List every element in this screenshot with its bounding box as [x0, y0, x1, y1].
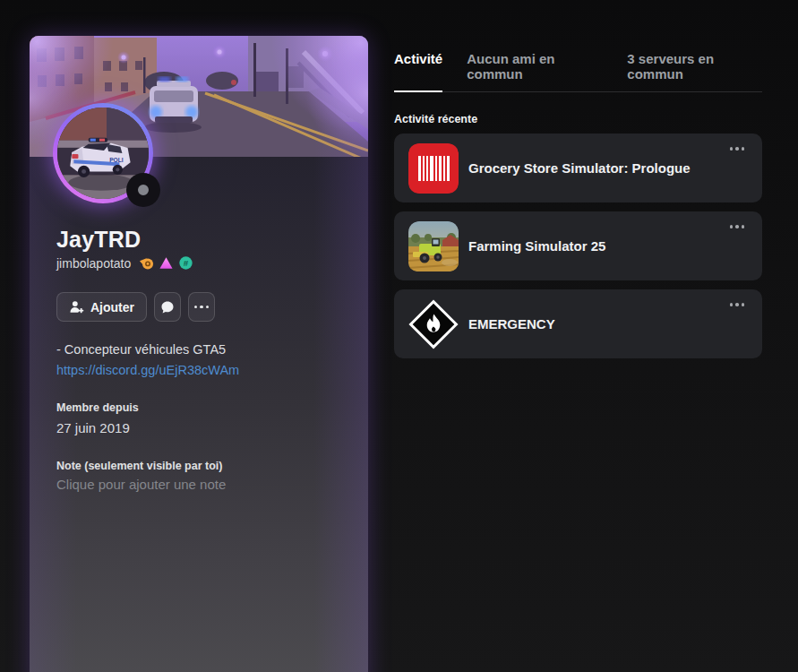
game-title: Farming Simulator 25: [468, 238, 605, 254]
discord-profile-page: POLI JayTRD jimbolapotato: [0, 0, 798, 672]
profile-card-body: JayTRD jimbolapotato: [30, 227, 368, 493]
member-since-value: 27 juin 2019: [56, 420, 341, 435]
activity-card-emergency: EMERGENCY: [394, 289, 762, 358]
message-button[interactable]: [154, 292, 181, 322]
tab-activity[interactable]: Activité: [394, 51, 442, 92]
svg-text:#: #: [184, 258, 189, 268]
barcode-icon: [408, 143, 459, 194]
note-section: Note (seulement visible par toi): [56, 460, 341, 493]
activity-card-grocery-store-simulator: Grocery Store Simulator: Prologue: [394, 134, 762, 202]
user-handle: jimbolapotato: [56, 256, 131, 271]
emergency-game-icon: [408, 299, 459, 349]
bio-link[interactable]: https://discord.gg/uEjR38cWAm: [56, 362, 239, 380]
activity-options-button[interactable]: [727, 300, 748, 309]
add-friend-button[interactable]: Ajouter: [56, 292, 147, 322]
chat-bubble-icon: [160, 300, 175, 314]
more-options-button[interactable]: [188, 292, 215, 322]
ellipsis-icon: [194, 306, 210, 309]
farming-simulator-game-icon: [408, 221, 459, 271]
note-label: Note (seulement visible par toi): [56, 460, 341, 472]
profile-actions: Ajouter: [56, 292, 341, 322]
recent-activity-title: Activité récente: [394, 113, 762, 125]
orange-whistle-badge-icon[interactable]: [139, 255, 154, 271]
activity-options-button[interactable]: [727, 222, 748, 231]
user-add-icon: [69, 299, 84, 314]
tab-mutual-servers[interactable]: 3 serveurs en commun: [627, 51, 762, 91]
activity-card-farming-simulator: Farming Simulator 25: [394, 211, 762, 280]
profile-badges: #: [139, 255, 193, 271]
game-title: Grocery Store Simulator: Prologue: [468, 160, 691, 176]
pink-triangle-badge-icon[interactable]: [159, 255, 174, 271]
harvester-field-icon: [408, 221, 459, 271]
status-badge-offline: [126, 173, 160, 207]
avatar[interactable]: POLI: [51, 101, 159, 209]
member-since-section: Membre depuis 27 juin 2019: [56, 401, 341, 435]
bio-section: - Concepteur véhicules GTA5 https://disc…: [56, 341, 341, 379]
tab-mutual-friends[interactable]: Aucun ami en commun: [467, 51, 603, 91]
member-since-label: Membre depuis: [56, 401, 341, 414]
game-title: EMERGENCY: [468, 316, 555, 332]
add-friend-label: Ajouter: [90, 300, 134, 314]
profile-right-panel: Activité Aucun ami en commun 3 serveurs …: [394, 51, 762, 358]
teal-hash-badge-icon[interactable]: #: [178, 255, 193, 271]
grocery-store-simulator-game-icon: [408, 143, 459, 194]
activity-list: Grocery Store Simulator: Prologue: [394, 134, 762, 358]
profile-card: POLI JayTRD jimbolapotato: [30, 36, 368, 672]
profile-tabs: Activité Aucun ami en commun 3 serveurs …: [394, 51, 762, 92]
note-input[interactable]: [56, 477, 341, 492]
activity-options-button[interactable]: [727, 144, 748, 153]
flame-diamond-icon: [408, 299, 459, 349]
username: JayTRD: [56, 227, 341, 253]
bio-text: - Concepteur véhicules GTA5: [56, 341, 341, 359]
offline-ring-icon: [138, 185, 149, 195]
